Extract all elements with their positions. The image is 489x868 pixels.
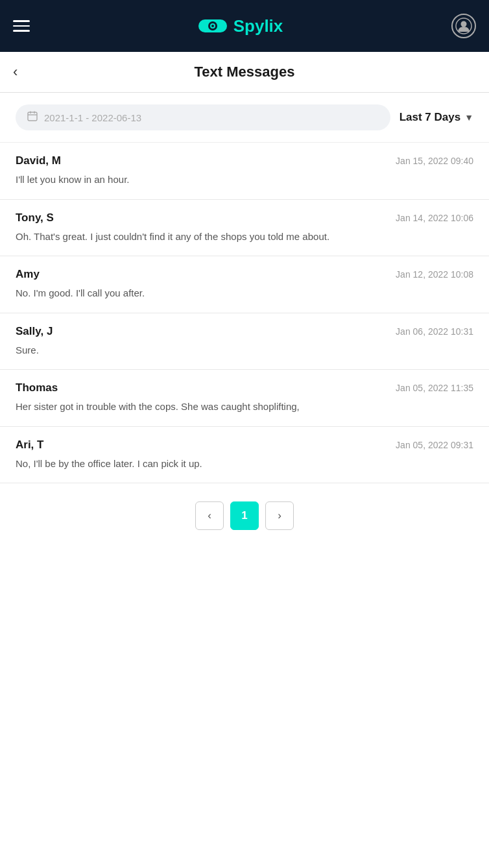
message-item[interactable]: Tony, S Jan 14, 2022 10:06 Oh. That's gr… [0, 200, 489, 257]
page-header: ‹ Text Messages [0, 52, 489, 93]
message-time: Jan 05, 2022 09:31 [396, 440, 473, 450]
message-preview: No. I'm good. I'll call you after. [16, 286, 473, 301]
content-area: 2021-1-1 - 2022-06-13 Last 7 Days ▼ Davi… [0, 93, 489, 868]
logo-icon [198, 17, 227, 35]
contact-name: Tony, S [16, 211, 54, 224]
contact-name: Ari, T [16, 439, 43, 452]
message-preview: Her sister got in trouble with the cops.… [16, 400, 473, 415]
message-item[interactable]: Thomas Jan 05, 2022 11:35 Her sister got… [0, 370, 489, 427]
message-header: Ari, T Jan 05, 2022 09:31 [16, 439, 473, 452]
page-title: Text Messages [16, 64, 473, 80]
contact-name: Thomas [16, 381, 58, 394]
message-header: Sally, J Jan 06, 2022 10:31 [16, 325, 473, 338]
app-logo: Spylix [198, 16, 283, 36]
message-list: David, M Jan 15, 2022 09:40 I'll let you… [0, 143, 489, 483]
message-preview: Oh. That's great. I just couldn't find i… [16, 230, 473, 245]
message-header: Tony, S Jan 14, 2022 10:06 [16, 211, 473, 224]
message-preview: I'll let you know in an hour. [16, 173, 473, 187]
menu-button[interactable] [13, 20, 30, 32]
next-page-button[interactable]: › [265, 501, 294, 530]
back-button[interactable]: ‹ [13, 64, 18, 80]
svg-point-3 [211, 25, 214, 27]
filter-label: Last 7 Days [400, 111, 461, 124]
message-time: Jan 15, 2022 09:40 [396, 156, 473, 166]
message-time: Jan 14, 2022 10:06 [396, 213, 473, 223]
message-preview: Sure. [16, 343, 473, 358]
filter-bar: 2021-1-1 - 2022-06-13 Last 7 Days ▼ [0, 93, 489, 143]
message-header: Thomas Jan 05, 2022 11:35 [16, 381, 473, 394]
message-item[interactable]: Ari, T Jan 05, 2022 09:31 No, I'll be by… [0, 427, 489, 484]
app-title: Spylix [233, 16, 283, 36]
date-range-input[interactable]: 2021-1-1 - 2022-06-13 [16, 104, 390, 130]
message-time: Jan 12, 2022 10:08 [396, 269, 473, 280]
message-preview: No, I'll be by the office later. I can p… [16, 457, 473, 472]
time-filter-dropdown[interactable]: Last 7 Days ▼ [400, 111, 473, 124]
message-item[interactable]: Amy Jan 12, 2022 10:08 No. I'm good. I'l… [0, 256, 489, 313]
message-item[interactable]: Sally, J Jan 06, 2022 10:31 Sure. [0, 313, 489, 370]
message-time: Jan 05, 2022 11:35 [396, 383, 473, 393]
prev-page-button[interactable]: ‹ [195, 501, 224, 530]
message-header: David, M Jan 15, 2022 09:40 [16, 154, 473, 167]
calendar-icon [27, 111, 38, 124]
message-header: Amy Jan 12, 2022 10:08 [16, 268, 473, 281]
pagination: ‹ 1 › [0, 483, 489, 548]
svg-point-5 [461, 21, 467, 27]
contact-name: Sally, J [16, 325, 53, 338]
message-item[interactable]: David, M Jan 15, 2022 09:40 I'll let you… [0, 143, 489, 200]
date-range-text: 2021-1-1 - 2022-06-13 [44, 112, 141, 123]
message-time: Jan 06, 2022 10:31 [396, 326, 473, 337]
contact-name: Amy [16, 268, 40, 281]
contact-name: David, M [16, 154, 61, 167]
user-avatar[interactable] [451, 14, 476, 38]
current-page-button[interactable]: 1 [230, 501, 259, 530]
app-header: Spylix [0, 0, 489, 52]
chevron-down-icon: ▼ [464, 112, 473, 123]
svg-rect-6 [28, 112, 37, 121]
